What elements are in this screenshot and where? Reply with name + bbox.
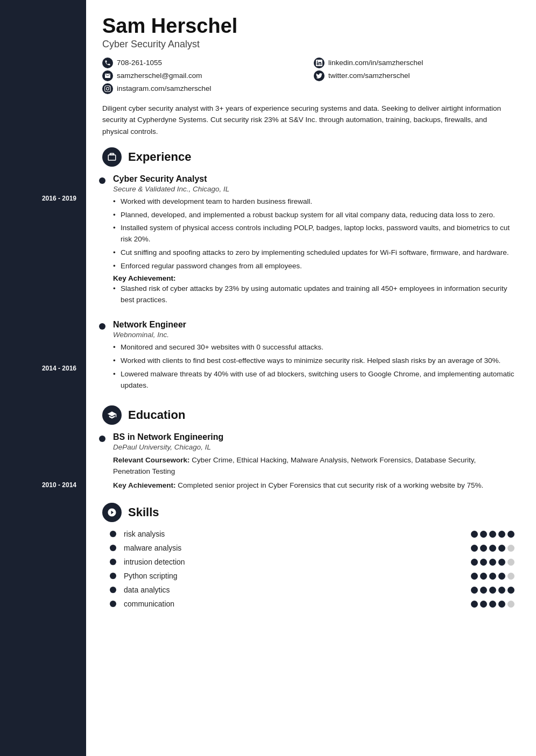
phone-value: 708-261-1055	[117, 59, 162, 67]
skill-dots-5	[471, 601, 514, 608]
skill-row-3: Python scripting	[113, 572, 514, 580]
skill-row-0: risk analysis	[113, 530, 514, 538]
main-content: Sam Herschel Cyber Security Analyst 708-…	[86, 0, 536, 756]
job-entry-1: Cyber Security Analyst Secure & Validate…	[102, 174, 514, 308]
skill-dot-3-0	[471, 573, 478, 580]
skill-dot-4-1	[480, 587, 487, 594]
edu1-achievement: Key Achievement: Completed senior projec…	[113, 480, 514, 491]
sidebar: 2016 - 2019 2014 - 2016 2010 - 2014	[0, 0, 86, 756]
skill-name-0: risk analysis	[124, 530, 471, 538]
education-title: Education	[128, 408, 185, 422]
job1-content: Cyber Security Analyst Secure & Validate…	[102, 174, 514, 308]
candidate-title: Cyber Security Analyst	[102, 39, 514, 50]
contact-instagram: instagram.com/samzherschel	[102, 83, 303, 94]
skill-dot-2-0	[471, 559, 478, 566]
contact-linkedin: linkedin.com/in/samzherschel	[314, 58, 514, 68]
job1-bullet-3: Installed system of physical access cont…	[113, 223, 514, 245]
skills-list: risk analysismalware analysisintrusion d…	[102, 530, 514, 608]
experience-section: Experience Cyber Security Analyst Secure…	[102, 147, 514, 394]
edu1-content: BS in Network Engineering DePaul Univers…	[102, 432, 514, 491]
skill-dot-4-0	[471, 587, 478, 594]
twitter-icon	[314, 70, 325, 81]
job2-title: Network Engineer	[113, 320, 514, 330]
coursework-label: Relevant Coursework:	[113, 456, 190, 464]
graduation-icon	[102, 405, 122, 425]
email-icon	[102, 70, 113, 81]
skill-dot-3-3	[498, 573, 505, 580]
contact-section: 708-261-1055 linkedin.com/in/samzhersche…	[102, 58, 514, 94]
skill-dot-1-0	[471, 545, 478, 552]
linkedin-value: linkedin.com/in/samzherschel	[328, 59, 423, 67]
job1-bullet-4: Cut sniffing and spoofing attacks to zer…	[113, 247, 514, 259]
skill-name-5: communication	[124, 600, 471, 608]
job2-bullet-3: Lowered malware threats by 40% with use …	[113, 369, 514, 391]
skill-dot-0-2	[489, 531, 496, 538]
skill-dot-0-0	[471, 531, 478, 538]
education-header: Education	[102, 405, 514, 425]
skill-name-1: malware analysis	[124, 544, 471, 552]
skill-row-4: data analytics	[113, 586, 514, 594]
job1-bullet-2: Planned, developed, and implemented a ro…	[113, 210, 514, 221]
skill-dot-0-4	[507, 531, 514, 538]
date-exp2: 2014 - 2016	[42, 365, 86, 372]
skills-header: Skills	[102, 503, 514, 522]
job2-bullets: Monitored and secured 30+ websites with …	[113, 342, 514, 391]
date-exp1: 2016 - 2019	[42, 195, 86, 202]
job1-bullet-1: Worked with development team to harden b…	[113, 196, 514, 208]
skill-dot-1-4	[507, 545, 514, 552]
instagram-icon	[102, 83, 113, 94]
contact-phone: 708-261-1055	[102, 58, 303, 68]
skill-dots-4	[471, 587, 514, 594]
job1-company: Secure & Validated Inc., Chicago, IL	[113, 185, 514, 193]
edu-entry-1: BS in Network Engineering DePaul Univers…	[102, 432, 514, 491]
page: 2016 - 2019 2014 - 2016 2010 - 2014 Sam …	[0, 0, 536, 756]
job1-bullets: Worked with development team to harden b…	[113, 196, 514, 273]
email-value: samzherschel@gmail.com	[117, 72, 202, 80]
candidate-name: Sam Herschel	[102, 15, 514, 38]
job1-bullet-5: Enforced regular password changes from a…	[113, 261, 514, 272]
twitter-value: twitter.com/samzherschel	[328, 72, 410, 80]
briefcase-icon	[102, 147, 122, 167]
skill-dot-5-0	[471, 601, 478, 608]
edu1-achievement-value: Completed senior project in Cyber Forens…	[178, 481, 483, 489]
experience-header: Experience	[102, 147, 514, 167]
skill-dot-3-4	[507, 573, 514, 580]
skill-dot-3-1	[480, 573, 487, 580]
summary-text: Diligent cyber security analyst with 3+ …	[102, 103, 514, 138]
skill-dots-2	[471, 559, 514, 566]
skill-dot-2-2	[489, 559, 496, 566]
instagram-value: instagram.com/samzherschel	[117, 84, 211, 92]
job1-title: Cyber Security Analyst	[113, 174, 514, 184]
contact-email: samzherschel@gmail.com	[102, 70, 303, 81]
skill-dots-3	[471, 573, 514, 580]
skill-dot-5-1	[480, 601, 487, 608]
job1-achievement: Slashed risk of cyber attacks by 23% by …	[113, 283, 514, 306]
skill-dot-4-3	[498, 587, 505, 594]
linkedin-icon	[314, 58, 325, 68]
experience-title: Experience	[128, 150, 191, 164]
skill-dot-2-3	[498, 559, 505, 566]
edu1-achievement-label: Key Achievement:	[113, 481, 176, 489]
skills-icon	[102, 503, 122, 522]
contact-twitter: twitter.com/samzherschel	[314, 70, 514, 81]
skill-dot-4-2	[489, 587, 496, 594]
skill-name-4: data analytics	[124, 586, 471, 594]
job2-bullet-2: Worked with clients to find best cost-ef…	[113, 355, 514, 367]
skill-dot-1-3	[498, 545, 505, 552]
skills-section: Skills risk analysismalware analysisintr…	[102, 503, 514, 608]
edu1-school: DePaul University, Chicago, IL	[113, 443, 514, 451]
job2-bullet-1: Monitored and secured 30+ websites with …	[113, 342, 514, 353]
job2-company: Webnominal, Inc.	[113, 331, 514, 339]
job1-achievement-bullets: Slashed risk of cyber attacks by 23% by …	[113, 283, 514, 306]
skill-dot-4-4	[507, 587, 514, 594]
edu1-degree: BS in Network Engineering	[113, 432, 514, 442]
phone-icon	[102, 58, 113, 68]
skill-name-2: intrusion detection	[124, 558, 471, 566]
skill-dot-5-2	[489, 601, 496, 608]
date-edu1: 2010 - 2014	[42, 481, 86, 489]
skill-dot-3-2	[489, 573, 496, 580]
job1-achievement-label: Key Achievement:	[113, 274, 514, 282]
skill-dot-5-4	[507, 601, 514, 608]
skills-title: Skills	[128, 505, 159, 519]
skill-dot-0-3	[498, 531, 505, 538]
